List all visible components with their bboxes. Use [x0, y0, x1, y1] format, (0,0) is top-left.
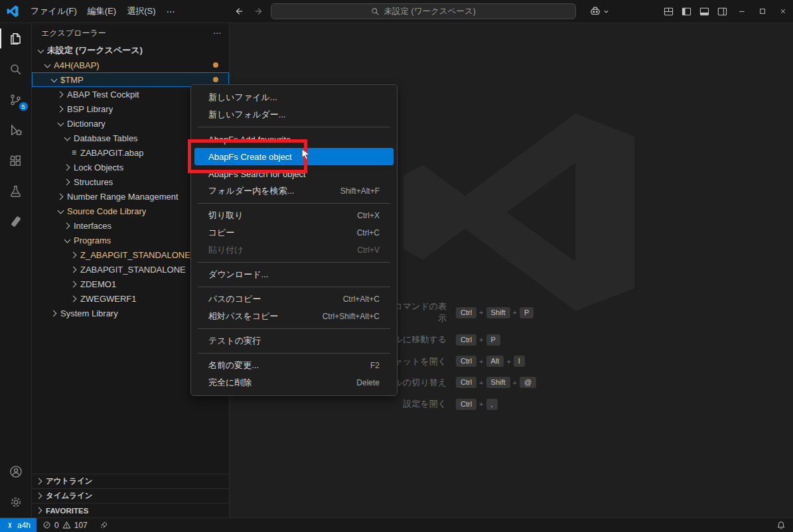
- context-menu-item[interactable]: 相対パスをコピー Ctrl+Shift+Alt+C: [194, 308, 394, 325]
- context-menu-item-label: AbapFs Create object: [208, 152, 292, 162]
- error-icon: [42, 521, 51, 529]
- context-menu-item-shortcut: Shift+Alt+F: [340, 186, 380, 196]
- copilot-button[interactable]: [589, 5, 609, 17]
- tree-item-label: Interfaces: [74, 221, 111, 231]
- shortcut-hint-keys: Ctrl+P: [456, 334, 500, 346]
- menu-bar-item-label: 選択(S): [127, 6, 155, 16]
- abap-extension-icon[interactable]: [0, 206, 32, 237]
- chevron-icon: [56, 104, 66, 114]
- launch-status-item[interactable]: [94, 521, 114, 529]
- tree-item-label: ZDEMO1: [80, 279, 116, 289]
- tree-item-label: BSP Library: [67, 104, 113, 114]
- context-menu-item[interactable]: 切り取り Ctrl+X: [194, 207, 394, 224]
- tree-item[interactable]: 未設定 (ワークスペース): [32, 43, 229, 58]
- chevron-icon: [56, 206, 66, 216]
- key-joiner: +: [479, 400, 483, 408]
- context-menu-item-label: 新しいファイル...: [208, 92, 277, 103]
- chevron-down-icon: [603, 9, 609, 15]
- command-center-label: 未設定 (ワークスペース): [384, 6, 476, 17]
- context-menu-item[interactable]: テストの実行: [194, 332, 394, 350]
- tree-item-label: Database Tables: [74, 133, 138, 143]
- explorer-more-actions-button[interactable]: ⋯: [213, 29, 221, 38]
- bell-icon[interactable]: [776, 521, 786, 530]
- tree-item-label: ZABAPGIT.abap: [80, 148, 143, 158]
- customize-layout-button[interactable]: [660, 3, 678, 20]
- toggle-panel-button[interactable]: [695, 3, 713, 20]
- command-center-search[interactable]: 未設定 (ワークスペース): [271, 3, 576, 19]
- context-menu-item[interactable]: 名前の変更... F2: [194, 357, 394, 374]
- context-menu-item[interactable]: 新しいフォルダー...: [194, 106, 394, 123]
- context-menu-item[interactable]: 貼り付け Ctrl+V: [194, 241, 394, 259]
- keyboard-key: Shift: [486, 377, 510, 388]
- context-menu-item[interactable]: AbapFs Create object: [194, 148, 394, 165]
- context-menu-item[interactable]: 完全に削除 Delete: [194, 374, 394, 391]
- modified-dot-icon: [213, 62, 218, 68]
- explorer-icon[interactable]: [0, 23, 32, 54]
- context-menu-item[interactable]: AbapFs Add favourite: [194, 131, 394, 148]
- context-menu-item[interactable]: パスのコピー Ctrl+Alt+C: [194, 291, 394, 308]
- chevron-right-icon: [35, 491, 44, 501]
- keyboard-key: Shift: [486, 307, 510, 318]
- extensions-icon[interactable]: [0, 145, 32, 176]
- toggle-primary-sidebar-button[interactable]: [678, 3, 695, 20]
- tree-item-label: Dictionary: [67, 119, 106, 129]
- settings-gear-icon[interactable]: [0, 487, 32, 517]
- search-icon[interactable]: [0, 54, 32, 84]
- context-menu-item-label: 完全に削除: [208, 377, 252, 389]
- keyboard-key: Ctrl: [456, 399, 476, 410]
- forward-button[interactable]: [251, 3, 267, 19]
- tree-item[interactable]: A4H(ABAP): [32, 58, 229, 72]
- menu-bar-more-button[interactable]: ⋯: [161, 5, 180, 19]
- context-menu-item[interactable]: フォルダー内を検索... Shift+Alt+F: [194, 182, 394, 200]
- chevron-right-icon: [35, 505, 44, 515]
- status-bar: a4h 0 107: [0, 517, 793, 532]
- tree-item-label: Z_ABAPGIT_STANDALONE_2(: [80, 250, 203, 260]
- context-menu-item-shortcut: Ctrl+Alt+C: [343, 295, 380, 304]
- back-button[interactable]: [231, 3, 247, 19]
- context-menu-item[interactable]: ダウンロード...: [194, 266, 394, 283]
- tree-item-label: Structures: [74, 177, 113, 187]
- test-beaker-icon[interactable]: [0, 176, 32, 206]
- shortcut-hint-row: 設定を開く Ctrl+,: [352, 398, 671, 410]
- keyboard-key: Alt: [486, 356, 504, 367]
- chevron-icon: [49, 308, 59, 318]
- chevron-icon: [69, 279, 79, 289]
- context-menu-separator: [198, 127, 390, 127]
- tree-item-label: $TMP: [60, 75, 84, 85]
- sidebar-section-header[interactable]: アウトライン: [32, 474, 229, 488]
- close-button[interactable]: [772, 0, 793, 23]
- vscode-logo-icon: [7, 5, 19, 17]
- toggle-secondary-sidebar-button[interactable]: [713, 3, 731, 20]
- sidebar-section-header[interactable]: FAVORITES: [32, 503, 229, 517]
- context-menu: 新しいファイル... 新しいフォルダー... AbapFs Add favour…: [190, 84, 397, 396]
- launch-icon: [100, 521, 108, 529]
- accounts-icon[interactable]: [0, 456, 32, 487]
- menu-bar-item[interactable]: 編集(E): [82, 3, 121, 19]
- context-menu-separator: [198, 262, 390, 263]
- keyboard-key: Ctrl: [456, 377, 476, 388]
- context-menu-item[interactable]: コピー Ctrl+C: [194, 224, 394, 241]
- menu-bar-item[interactable]: 選択(S): [121, 3, 161, 19]
- error-count: 0: [54, 521, 59, 530]
- maximize-button[interactable]: [752, 0, 772, 23]
- tree-item-label: Programs: [74, 235, 111, 245]
- context-menu-item-label: AbapFs Search for object: [208, 169, 306, 179]
- tree-item-label: ZWEGWERF1: [80, 294, 137, 304]
- remote-indicator[interactable]: a4h: [0, 518, 36, 532]
- source-control-icon[interactable]: 5: [0, 84, 32, 115]
- context-menu-item[interactable]: AbapFs Search for object: [194, 165, 394, 182]
- chevron-icon: [62, 221, 72, 231]
- shortcut-hint-row: チャットを開く Ctrl+Alt+I: [352, 356, 671, 367]
- run-debug-icon[interactable]: [0, 115, 32, 145]
- context-menu-item-label: AbapFs Add favourite: [208, 135, 291, 145]
- explorer-title: エクスプローラー: [41, 28, 106, 39]
- problems-indicator[interactable]: 0 107: [36, 521, 94, 530]
- shortcut-hint-keys: Ctrl+Alt+I: [456, 356, 525, 367]
- minimize-button[interactable]: [731, 0, 752, 23]
- context-menu-item-shortcut: Ctrl+Shift+Alt+C: [323, 312, 380, 321]
- context-menu-item[interactable]: 新しいファイル...: [194, 89, 394, 106]
- keyboard-key: P: [486, 334, 500, 346]
- sidebar-section-header[interactable]: タイムライン: [32, 488, 229, 503]
- menu-bar-item[interactable]: ファイル(F): [25, 3, 82, 19]
- vscode-watermark-logo: [396, 109, 642, 315]
